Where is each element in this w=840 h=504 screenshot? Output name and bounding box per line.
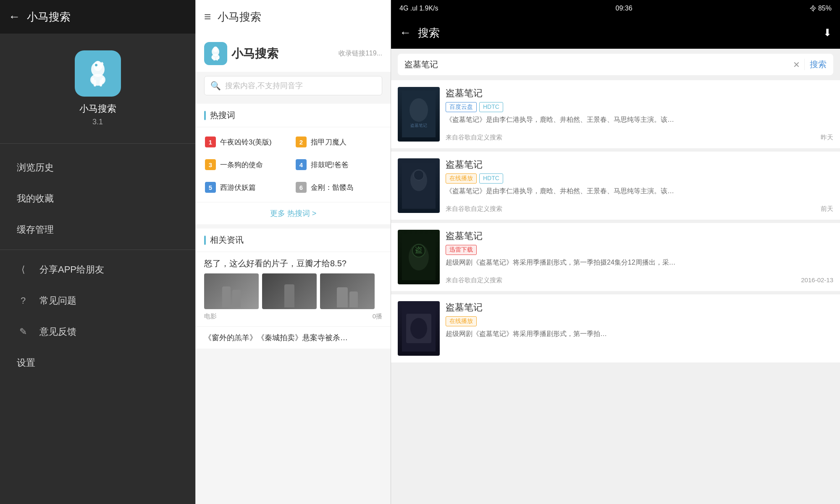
result-meta-3: 来自谷歌自定义搜索 2016-02-13 — [446, 276, 833, 284]
result-source-1: 来自谷歌自定义搜索 — [446, 134, 502, 142]
svg-text:盗: 盗 — [415, 246, 423, 254]
hot-item-2[interactable]: 2 指甲刀魔人 — [293, 131, 384, 152]
news-meta: 电影 0播 — [204, 312, 382, 320]
result-desc-1: 《盗墓笔记》是由李仁港执导，鹿晗、井柏然、王景春、马思纯等主演。该… — [446, 115, 833, 125]
result-title-3: 盗墓笔记 — [446, 230, 833, 242]
search-button[interactable]: 搜索 — [804, 59, 827, 70]
news-image-3 — [320, 273, 375, 309]
hot-grid: 1 午夜凶铃3(美版) 2 指甲刀魔人 3 一条狗的使命 4 排鼓吧!爸爸 5 … — [196, 127, 391, 202]
sidebar-item-cache-label: 缓存管理 — [17, 223, 54, 236]
sidebar-panel: ← 小马搜索 小马搜索 3.1 浏览历史 我的收 — [0, 0, 195, 504]
hot-item-5[interactable]: 5 西游伏妖篇 — [202, 177, 293, 198]
svg-rect-17 — [218, 56, 219, 59]
logo-left: 小马搜索 — [204, 42, 278, 65]
sidebar-title: 小马搜索 — [27, 10, 71, 24]
svg-point-13 — [213, 47, 218, 52]
sidebar-divider2 — [0, 249, 195, 250]
logo-horse-icon — [206, 44, 225, 63]
more-hot-button[interactable]: 更多 热搜词 > — [196, 202, 391, 224]
sidebar-item-feedback[interactable]: ✎ 意见反馈 — [0, 316, 195, 347]
hot-name-3: 一条狗的使命 — [220, 160, 263, 170]
sidebar-item-faq-label: 常见问题 — [39, 294, 76, 307]
result-source-3: 来自谷歌自定义搜索 — [446, 276, 502, 284]
result-content-2: 盗墓笔记 在线播放 HDTC 《盗墓笔记》是由李仁港执导，鹿晗、井柏然、王景春、… — [446, 158, 833, 213]
news-item-title: 怒了，这么好看的片子，豆瓣才给8.5? — [204, 258, 382, 269]
sidebar-item-favorites-label: 我的收藏 — [17, 192, 54, 205]
sidebar-item-cache[interactable]: 缓存管理 — [0, 214, 195, 245]
search-bar[interactable]: 🔍 搜索内容,不支持同音字 — [204, 76, 382, 95]
results-list: 盗墓笔记 盗墓笔记 百度云盘 HDTC 《盗墓笔记》是由李仁港执导，鹿晗、井柏然… — [391, 80, 840, 504]
clear-button[interactable]: ✕ — [793, 60, 800, 70]
download-icon[interactable]: ⬇ — [823, 27, 832, 39]
result-tags-4: 在线播放 — [446, 316, 833, 326]
result-item-2[interactable]: 盗墓笔记 在线播放 HDTC 《盗墓笔记》是由李仁港执导，鹿晗、井柏然、王景春、… — [391, 152, 840, 220]
result-title-1: 盗墓笔记 — [446, 87, 833, 100]
app-icon — [75, 50, 121, 97]
svg-rect-14 — [213, 57, 215, 60]
next-article[interactable]: 《窗外的羔羊》《秦城拍卖》悬案寺被杀… — [196, 327, 391, 349]
svg-rect-5 — [92, 78, 94, 83]
svg-point-30 — [410, 318, 427, 339]
svg-point-23 — [414, 170, 424, 180]
pen-icon: ✎ — [17, 326, 29, 337]
result-content-3: 盗墓笔记 迅雷下载 超级网剧《盗墓笔记》将采用季播剧形式，第一季拍摄24集分12… — [446, 230, 833, 284]
sidebar-item-settings[interactable]: 设置 — [0, 347, 195, 378]
search-page-title: 搜索 — [418, 26, 816, 40]
sidebar-item-faq[interactable]: ? 常见问题 — [0, 285, 195, 316]
result-content-4: 盗墓笔记 在线播放 超级网剧《盗墓笔记》将采用季播剧形式，第一季拍… — [446, 301, 833, 356]
svg-text:盗墓笔记: 盗墓笔记 — [410, 123, 427, 128]
news-item-1[interactable]: 怒了，这么好看的片子，豆瓣才给8.5? — [196, 252, 391, 327]
result-time-1: 昨天 — [821, 134, 833, 142]
svg-rect-6 — [102, 78, 104, 83]
search-header: ← 搜索 ⬇ — [391, 17, 840, 49]
sidebar-item-history[interactable]: 浏览历史 — [0, 152, 195, 183]
sidebar-item-history-label: 浏览历史 — [17, 161, 54, 174]
share-icon: ⟨ — [17, 264, 29, 275]
rank-badge-3: 3 — [205, 159, 216, 170]
back-button[interactable]: ← — [399, 26, 411, 39]
result-tag-online-4: 在线播放 — [446, 316, 477, 326]
hot-item-6[interactable]: 6 金刚：骷髅岛 — [293, 177, 384, 198]
sidebar-item-share-label: 分享APP给朋友 — [39, 263, 104, 276]
result-item-1[interactable]: 盗墓笔记 盗墓笔记 百度云盘 HDTC 《盗墓笔记》是由李仁港执导，鹿晗、井柏然… — [391, 80, 840, 148]
section-bar — [204, 111, 206, 120]
sidebar-item-share[interactable]: ⟨ 分享APP给朋友 — [0, 254, 195, 285]
horse-logo-icon — [81, 57, 115, 90]
search-input-bar[interactable]: ✕ 搜索 — [398, 54, 833, 75]
status-left: 4G .ul 1.9K/s — [399, 5, 438, 12]
news-views: 0播 — [373, 312, 382, 320]
news-section-bar — [204, 236, 206, 245]
hot-item-3[interactable]: 3 一条狗的使命 — [202, 154, 293, 175]
home-header: ≡ 小马搜索 — [196, 0, 391, 34]
rank-badge-6: 6 — [296, 182, 307, 193]
search-results-panel: 4G .ul 1.9K/s 09:36 令 85% ← 搜索 ⬇ ✕ 搜索 盗墓… — [391, 0, 840, 504]
app-info-section: 小马搜索 3.1 — [0, 34, 195, 139]
rank-badge-5: 5 — [205, 182, 216, 193]
app-name-label: 小马搜索 — [79, 102, 116, 115]
hot-item-1[interactable]: 1 午夜凶铃3(美版) — [202, 131, 293, 152]
hot-section: 热搜词 1 午夜凶铃3(美版) 2 指甲刀魔人 3 一条狗的使命 4 排鼓吧!爸… — [196, 104, 391, 224]
status-time: 09:36 — [615, 5, 632, 12]
result-item-4[interactable]: 盗墓笔记 在线播放 超级网剧《盗墓笔记》将采用季播剧形式，第一季拍… — [391, 294, 840, 362]
result-tag-baidu: 百度云盘 — [446, 102, 477, 112]
result-tags-2: 在线播放 HDTC — [446, 173, 833, 184]
result-desc-2: 《盗墓笔记》是由李仁港执导，鹿晗、井柏然、王景春、马思纯等主演。该… — [446, 186, 833, 196]
back-button[interactable]: ← — [8, 10, 20, 24]
result-source-2: 来自谷歌自定义搜索 — [446, 205, 502, 213]
home-panel: ≡ 小马搜索 小马搜索 收录链接119... 🔍 搜索内容,不支持 — [195, 0, 391, 504]
result-meta-1: 来自谷歌自定义搜索 昨天 — [446, 134, 833, 142]
sidebar-header: ← 小马搜索 — [0, 0, 195, 34]
search-input[interactable] — [404, 60, 789, 69]
result-desc-4: 超级网剧《盗墓笔记》将采用季播剧形式，第一季拍… — [446, 329, 833, 339]
hot-item-4[interactable]: 4 排鼓吧!爸爸 — [293, 154, 384, 175]
menu-button[interactable]: ≡ — [204, 10, 211, 24]
svg-point-19 — [410, 98, 428, 122]
question-icon: ? — [17, 295, 29, 306]
logo-section: 小马搜索 收录链接119... — [196, 34, 391, 72]
result-content-1: 盗墓笔记 百度云盘 HDTC 《盗墓笔记》是由李仁港执导，鹿晗、井柏然、王景春、… — [446, 87, 833, 142]
app-version-label: 3.1 — [92, 118, 103, 126]
result-time-3: 2016-02-13 — [801, 276, 833, 284]
result-item-3[interactable]: 盗 盗墓笔记 迅雷下载 超级网剧《盗墓笔记》将采用季播剧形式，第一季拍摄24集分… — [391, 223, 840, 291]
hot-name-4: 排鼓吧!爸爸 — [311, 160, 349, 170]
sidebar-item-favorites[interactable]: 我的收藏 — [0, 183, 195, 214]
